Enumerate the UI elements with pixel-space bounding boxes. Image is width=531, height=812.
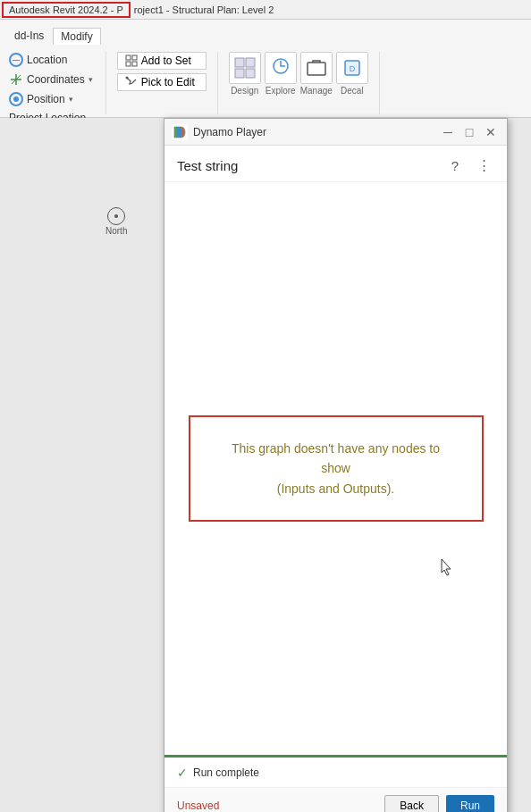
- svg-rect-11: [246, 69, 255, 78]
- unsaved-label: Unsaved: [177, 799, 219, 812]
- pick-to-edit-icon: [125, 76, 138, 88]
- no-nodes-line2: (Inputs and Outputs).: [217, 479, 455, 498]
- svg-rect-8: [235, 58, 244, 67]
- ribbon-group-buttons: Add to Set Pick to Edit: [117, 52, 218, 114]
- ribbon-content: Location Coordinates ▾ Position: [0, 48, 531, 118]
- run-complete-check-icon: ✓: [177, 766, 188, 780]
- design-icon: [232, 55, 257, 80]
- dynamo-dialog-title: Dynamo Player: [193, 126, 266, 138]
- north-dot: [114, 214, 118, 218]
- position-icon: [9, 92, 23, 106]
- ribbon-group-icons: Design Explore Manage: [229, 52, 380, 114]
- close-button[interactable]: ✕: [482, 123, 500, 141]
- north-symbol: North: [105, 207, 127, 236]
- explore-icon: [268, 55, 293, 80]
- dynamo-header-icons: ? ⋮: [444, 155, 494, 176]
- explore-icon-btn[interactable]: [265, 52, 297, 84]
- location-item[interactable]: Location: [7, 52, 95, 68]
- manage-icon-btn[interactable]: [300, 52, 333, 84]
- maximize-button[interactable]: □: [460, 123, 478, 141]
- help-button[interactable]: ?: [444, 155, 466, 176]
- no-nodes-message-box: This graph doesn't have any nodes to sho…: [189, 415, 484, 522]
- run-button[interactable]: Run: [446, 795, 494, 813]
- dynamo-app-icon: [172, 124, 188, 140]
- position-chevron: ▾: [69, 95, 73, 104]
- dynamo-header: Test string ? ⋮: [164, 146, 507, 182]
- position-item[interactable]: Position ▾: [7, 91, 95, 107]
- dynamo-player-dialog: Dynamo Player ─ □ ✕ Test string ? ⋮ This…: [164, 118, 508, 812]
- title-bar: Autodesk Revit 2024.2 - P roject1 - Stru…: [0, 0, 531, 20]
- location-label: Location: [27, 54, 67, 66]
- more-options-button[interactable]: ⋮: [473, 155, 494, 176]
- decal-icon: D: [340, 55, 365, 80]
- add-to-set-icon: [125, 54, 138, 67]
- svg-rect-10: [235, 69, 244, 78]
- globe-icon: [9, 53, 23, 67]
- no-nodes-line1: This graph doesn't have any nodes to sho…: [217, 439, 455, 479]
- main-canvas: North Dynamo Player ─ □ ✕: [0, 118, 531, 812]
- tab-addins[interactable]: dd-Ins: [7, 28, 51, 44]
- svg-rect-5: [126, 62, 131, 66]
- bottom-buttons: Back Run: [384, 795, 494, 813]
- dynamo-script-title: Test string: [177, 158, 238, 173]
- dynamo-run-status-bar: ✓ Run complete: [164, 755, 507, 787]
- ribbon: dd-Ins Modify Location Coordinates: [0, 20, 531, 118]
- run-complete-text: Run complete: [193, 766, 259, 779]
- coords-icon: [9, 72, 23, 87]
- svg-rect-6: [132, 62, 137, 66]
- app-title-right: roject1 - Structural Plan: Level 2: [134, 4, 274, 15]
- pick-to-edit-button[interactable]: Pick to Edit: [117, 73, 206, 91]
- ribbon-tabs: dd-Ins Modify: [0, 23, 531, 48]
- app-title-left: Autodesk Revit 2024.2 - P: [2, 2, 131, 18]
- back-button[interactable]: Back: [384, 795, 439, 813]
- manage-label: Manage: [300, 86, 333, 96]
- svg-text:D: D: [350, 64, 356, 73]
- pick-to-edit-label: Pick to Edit: [141, 76, 195, 88]
- minimize-button[interactable]: ─: [439, 123, 457, 141]
- ribbon-group-location: Location Coordinates ▾ Position: [7, 52, 106, 114]
- svg-point-7: [125, 77, 128, 80]
- decal-label: Decal: [341, 86, 364, 96]
- design-label: Design: [231, 86, 258, 96]
- dynamo-body: This graph doesn't have any nodes to sho…: [164, 182, 507, 755]
- dynamo-titlebar-controls: ─ □ ✕: [439, 123, 500, 141]
- north-label: North: [105, 226, 127, 236]
- svg-rect-4: [132, 55, 137, 60]
- svg-rect-9: [246, 58, 255, 67]
- explore-label: Explore: [266, 86, 296, 96]
- svg-rect-3: [126, 55, 131, 60]
- dynamo-titlebar-left: Dynamo Player: [172, 124, 266, 140]
- coordinates-label: Coordinates: [27, 73, 85, 86]
- tab-modify[interactable]: Modify: [53, 28, 100, 45]
- svg-rect-13: [308, 63, 325, 75]
- position-label: Position: [27, 93, 65, 105]
- cursor-icon: [441, 558, 453, 576]
- dynamo-titlebar: Dynamo Player ─ □ ✕: [164, 119, 507, 146]
- dynamo-bottom-bar: Unsaved Back Run: [164, 787, 507, 812]
- add-to-set-label: Add to Set: [141, 54, 191, 67]
- decal-icon-btn[interactable]: D: [336, 52, 368, 84]
- design-icon-btn[interactable]: [229, 52, 261, 84]
- coordinates-chevron: ▾: [88, 75, 93, 84]
- manage-icon: [304, 55, 329, 80]
- north-circle: [107, 207, 125, 225]
- add-to-set-button[interactable]: Add to Set: [117, 52, 206, 70]
- coordinates-item[interactable]: Coordinates ▾: [7, 71, 95, 88]
